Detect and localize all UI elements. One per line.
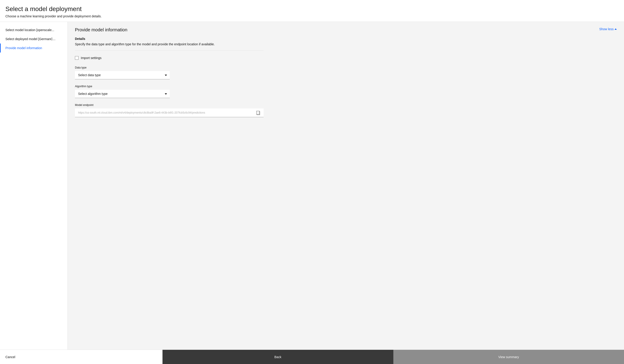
- data-type-select-wrapper: Select data type: [75, 71, 170, 79]
- cancel-button[interactable]: Cancel: [5, 353, 15, 361]
- copy-icon: [256, 111, 260, 115]
- import-settings-label: Import settings: [81, 56, 102, 60]
- sidebar-item-select-deployed-model[interactable]: Select deployed model [GermanC...: [0, 34, 68, 44]
- back-label: Back: [274, 355, 282, 359]
- footer-left: Cancel: [0, 350, 162, 364]
- main-content: Select model location [openscale... Sele…: [0, 22, 624, 350]
- back-button[interactable]: Back: [162, 350, 393, 364]
- copy-endpoint-button[interactable]: [256, 110, 261, 116]
- data-type-select[interactable]: Select data type: [75, 71, 170, 79]
- import-settings-checkbox[interactable]: [75, 56, 78, 60]
- view-summary-button[interactable]: View summary: [393, 350, 624, 364]
- details-description: Specify the data type and algorithm type…: [75, 42, 264, 46]
- page-header: Select a model deployment Choose a machi…: [0, 0, 624, 22]
- data-type-group: Data type Select data type: [75, 66, 264, 79]
- algorithm-type-select-wrapper: Select algorithm type: [75, 90, 170, 98]
- sidebar-item-select-model-location[interactable]: Select model location [openscale...: [0, 25, 68, 34]
- sidebar-item-label: Select deployed model [GermanC...: [5, 37, 55, 41]
- model-endpoint-input[interactable]: [75, 108, 264, 117]
- details-label: Details: [75, 37, 264, 41]
- show-less-label: Show less: [599, 27, 614, 31]
- model-endpoint-group: Model endpoint: [75, 103, 264, 117]
- algorithm-type-select[interactable]: Select algorithm type: [75, 90, 170, 98]
- data-type-label: Data type: [75, 66, 264, 69]
- sidebar-item-label: Provide model information: [5, 46, 42, 50]
- section-title: Provide model information: [75, 27, 127, 32]
- content-area: Provide model information Show less Deta…: [68, 22, 624, 350]
- section-divider: [75, 50, 264, 51]
- sidebar-item-label: Select model location [openscale...: [5, 28, 54, 32]
- endpoint-wrapper: [75, 108, 264, 117]
- sidebar: Select model location [openscale... Sele…: [0, 22, 68, 350]
- view-summary-label: View summary: [498, 355, 519, 359]
- details-section: Details Specify the data type and algori…: [75, 37, 264, 51]
- page-subtitle: Choose a machine learning provider and p…: [5, 14, 619, 18]
- model-endpoint-label: Model endpoint: [75, 103, 264, 107]
- import-settings-row: Import settings: [75, 56, 264, 60]
- section-header: Provide model information: [75, 27, 264, 32]
- algorithm-type-label: Algorithm type: [75, 85, 264, 88]
- show-less-button[interactable]: Show less: [599, 27, 617, 31]
- content-inner: Provide model information Show less Deta…: [68, 22, 271, 128]
- sidebar-item-provide-model-information[interactable]: Provide model information: [0, 44, 68, 52]
- page-title: Select a model deployment: [5, 5, 619, 13]
- chevron-up-icon: [615, 28, 617, 30]
- algorithm-type-group: Algorithm type Select algorithm type: [75, 85, 264, 98]
- footer: Cancel Back View summary: [0, 350, 624, 364]
